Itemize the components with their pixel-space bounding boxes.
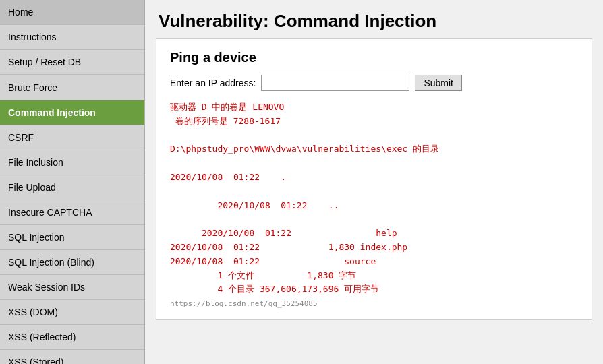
- submit-button[interactable]: Submit: [415, 75, 462, 91]
- sidebar-item-brute-force[interactable]: Brute Force: [0, 75, 144, 100]
- sidebar-item-file-upload[interactable]: File Upload: [0, 175, 144, 200]
- sidebar-item-csrf[interactable]: CSRF: [0, 125, 144, 150]
- content-box: Ping a device Enter an IP address: Submi…: [156, 38, 592, 320]
- sidebar-item-xss--reflected-[interactable]: XSS (Reflected): [0, 325, 144, 350]
- sidebar-item-xss--stored-[interactable]: XSS (Stored): [0, 350, 144, 364]
- sidebar-item-home[interactable]: Home: [0, 0, 144, 25]
- main-content: Vulnerability: Command Injection Ping a …: [145, 0, 603, 364]
- sidebar-item-xss--dom-[interactable]: XSS (DOM): [0, 300, 144, 325]
- ping-title: Ping a device: [170, 50, 578, 65]
- watermark: https://blog.csdn.net/qq_35254085: [170, 299, 578, 308]
- page-title: Vulnerability: Command Injection: [145, 0, 603, 38]
- command-output: 驱动器 D 中的卷是 LENOVO 卷的序列号是 7288-1617 D:\ph…: [170, 100, 578, 297]
- sidebar-item-setup---reset-db[interactable]: Setup / Reset DB: [0, 50, 144, 75]
- sidebar-item-sql-injection--blind-[interactable]: SQL Injection (Blind): [0, 250, 144, 275]
- sidebar-item-insecure-captcha[interactable]: Insecure CAPTCHA: [0, 200, 144, 225]
- sidebar-item-file-inclusion[interactable]: File Inclusion: [0, 150, 144, 175]
- sidebar: HomeInstructionsSetup / Reset DBBrute Fo…: [0, 0, 145, 364]
- sidebar-item-command-injection[interactable]: Command Injection: [0, 100, 144, 125]
- sidebar-item-weak-session-ids[interactable]: Weak Session IDs: [0, 275, 144, 300]
- sidebar-item-instructions[interactable]: Instructions: [0, 25, 144, 50]
- input-label: Enter an IP address:: [170, 78, 256, 88]
- ip-input[interactable]: [261, 75, 409, 91]
- sidebar-item-sql-injection[interactable]: SQL Injection: [0, 225, 144, 250]
- input-row: Enter an IP address: Submit: [170, 75, 578, 91]
